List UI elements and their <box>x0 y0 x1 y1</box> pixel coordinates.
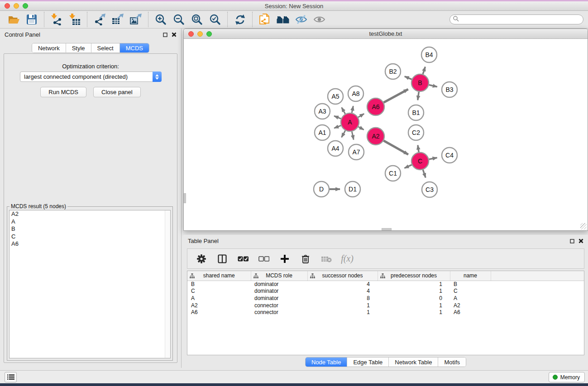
cell-MCDS-role[interactable]: connector <box>251 302 307 309</box>
node-table[interactable]: shared nameMCDS rolesuccessor nodesprede… <box>187 271 584 355</box>
task-history-button[interactable] <box>5 372 17 382</box>
edge-A-A3[interactable] <box>334 116 341 119</box>
save-session-icon[interactable] <box>23 12 41 27</box>
edge-A2-C[interactable] <box>383 141 408 155</box>
cell-name[interactable]: A6 <box>450 309 491 316</box>
tab-motifs[interactable]: Motifs <box>438 357 466 367</box>
tab-network[interactable]: Network <box>32 43 66 52</box>
cell-name[interactable]: A <box>450 295 491 302</box>
edge-A-A1[interactable] <box>334 125 341 128</box>
cell-successor-nodes[interactable]: 8 <box>307 295 378 302</box>
zoom-in-icon[interactable] <box>152 12 170 27</box>
cell-successor-nodes[interactable]: 4 <box>307 288 378 295</box>
cell-successor-nodes[interactable]: 4 <box>307 281 378 288</box>
cell-predecessor-nodes[interactable]: 0 <box>378 295 450 302</box>
edge-A-A5[interactable] <box>342 107 345 114</box>
zoom-selected-icon[interactable] <box>206 12 224 27</box>
cell-name[interactable]: A2 <box>450 302 491 309</box>
cell-MCDS-role[interactable]: dominator <box>251 281 307 288</box>
import-network-icon[interactable] <box>48 12 66 27</box>
mcds-result-item[interactable]: B <box>10 225 170 233</box>
export-image-icon[interactable] <box>127 12 145 27</box>
tab-select[interactable]: Select <box>91 43 120 52</box>
search-input[interactable] <box>459 15 583 24</box>
tab-mcds[interactable]: MCDS <box>120 43 149 52</box>
table-row[interactable]: A6connector11A6 <box>187 309 584 316</box>
cell-shared-name[interactable]: A <box>187 295 251 302</box>
close-panel-button[interactable]: Close panel <box>93 87 141 97</box>
cell-MCDS-role[interactable]: dominator <box>251 295 307 302</box>
open-session-icon[interactable] <box>5 12 23 27</box>
table-row[interactable]: A2connector11A2 <box>187 302 584 309</box>
cell-predecessor-nodes[interactable]: 1 <box>378 281 450 288</box>
run-mcds-button[interactable]: Run MCDS <box>40 87 86 97</box>
memory-button[interactable]: Memory <box>549 372 585 382</box>
import-table-icon[interactable] <box>66 12 84 27</box>
delete-column-icon[interactable] <box>300 253 311 265</box>
mcds-result-item[interactable]: A2 <box>10 210 170 218</box>
mcds-result-item[interactable]: C <box>10 233 170 241</box>
edge-C-C4[interactable] <box>429 157 437 159</box>
cell-shared-name[interactable]: A6 <box>187 309 251 316</box>
table-row[interactable]: Bdominator41B <box>187 281 584 288</box>
mcds-result-item[interactable]: A6 <box>10 240 170 248</box>
hide-selected-icon[interactable] <box>292 12 310 27</box>
export-network-icon[interactable] <box>91 12 109 27</box>
edge-A-A2[interactable] <box>358 127 363 130</box>
cell-successor-nodes[interactable]: 1 <box>307 302 378 309</box>
float-panel-icon[interactable] <box>163 31 167 39</box>
vertical-scrollbar-stub[interactable] <box>184 193 186 203</box>
zoom-out-icon[interactable] <box>170 12 188 27</box>
mcds-result-item[interactable]: A <box>10 218 170 226</box>
cell-name[interactable]: B <box>450 281 491 288</box>
resize-grip-icon[interactable] <box>580 223 587 229</box>
edge-C-C1[interactable] <box>405 165 412 168</box>
zoom-fit-icon[interactable] <box>188 12 206 27</box>
export-table-icon[interactable] <box>109 12 127 27</box>
table-settings-gear-icon[interactable] <box>196 253 207 265</box>
cell-MCDS-role[interactable]: connector <box>251 309 307 316</box>
column-header-MCDS-role[interactable]: MCDS role <box>251 271 307 281</box>
optimization-criterion-dropdown[interactable]: largest connected component (directed) <box>20 71 162 82</box>
tab-edge-table[interactable]: Edge Table <box>347 357 389 367</box>
tab-node-table[interactable]: Node Table <box>306 357 348 367</box>
cell-predecessor-nodes[interactable]: 1 <box>378 302 450 309</box>
select-all-icon[interactable] <box>237 253 249 265</box>
network-canvas[interactable]: AA1A2A3A4A5A6A7A8BB1B2B3B4CC1C2C3C4DD1 <box>184 39 588 230</box>
edge-B-B2[interactable] <box>405 76 412 80</box>
tab-network-table[interactable]: Network Table <box>389 357 438 367</box>
edge-B-B1[interactable] <box>418 92 419 100</box>
edge-A-A8[interactable] <box>352 106 353 113</box>
horizontal-scrollbar-stub[interactable] <box>382 228 392 230</box>
table-row[interactable]: Adominator80A <box>187 295 584 302</box>
new-network-from-selection-icon[interactable] <box>256 12 274 27</box>
cell-MCDS-role[interactable]: dominator <box>251 288 307 295</box>
edge-C-C2[interactable] <box>418 145 419 152</box>
column-header-predecessor-nodes[interactable]: predecessor nodes <box>378 271 450 281</box>
cell-shared-name[interactable]: A2 <box>187 302 251 309</box>
first-neighbors-icon[interactable] <box>274 12 292 27</box>
show-all-icon[interactable] <box>310 12 328 27</box>
edge-A-A7[interactable] <box>352 132 354 140</box>
column-selector-icon[interactable] <box>216 253 228 265</box>
cell-successor-nodes[interactable]: 1 <box>307 309 378 316</box>
edge-C-C3[interactable] <box>423 170 425 177</box>
column-header-name[interactable]: name <box>450 271 491 281</box>
table-row[interactable]: Cdominator41C <box>187 288 584 295</box>
column-header-shared-name[interactable]: shared name <box>187 271 251 281</box>
float-panel-icon[interactable] <box>570 237 574 245</box>
add-column-icon[interactable] <box>279 253 291 265</box>
mcds-result-list[interactable]: A2ABCA6 <box>9 210 171 358</box>
cell-shared-name[interactable]: C <box>187 288 251 295</box>
cell-shared-name[interactable]: B <box>187 281 251 288</box>
deselect-all-icon[interactable] <box>258 253 270 265</box>
cell-name[interactable]: C <box>450 288 491 295</box>
close-panel-icon[interactable] <box>172 31 177 39</box>
cell-predecessor-nodes[interactable]: 1 <box>378 288 450 295</box>
edge-A-A6[interactable] <box>358 114 364 117</box>
refresh-layout-icon[interactable] <box>231 12 249 27</box>
edge-B-B4[interactable] <box>423 67 425 74</box>
tab-style[interactable]: Style <box>66 43 91 52</box>
edge-A6-B[interactable] <box>384 89 408 102</box>
edge-B-B3[interactable] <box>429 85 437 86</box>
